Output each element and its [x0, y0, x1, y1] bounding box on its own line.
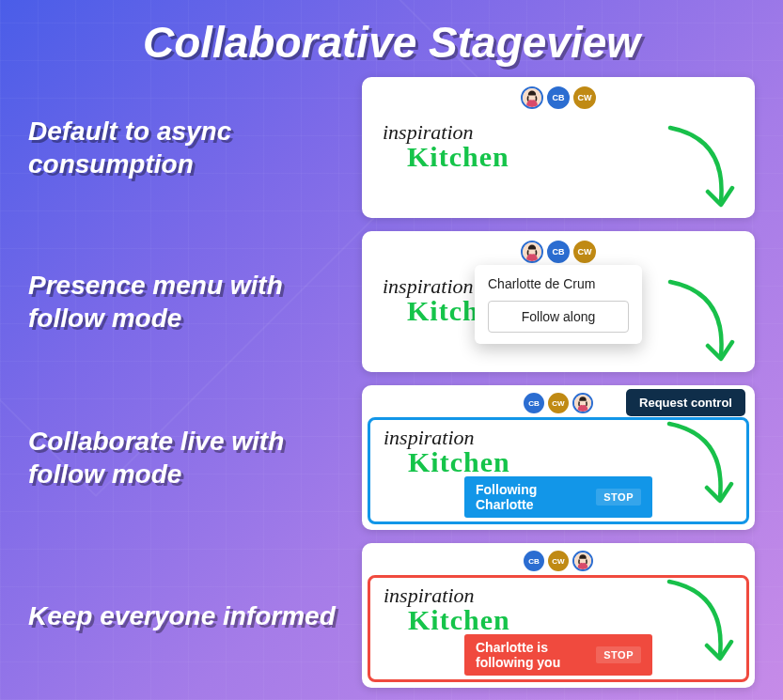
avatar-cb[interactable]: CB	[524, 551, 544, 571]
follow-frame: inspiration Kitchen Following Charlotte …	[368, 417, 749, 524]
followed-status-pill: Charlotte is following you STOP	[464, 634, 652, 676]
avatar-photo[interactable]	[521, 241, 543, 263]
avatar-photo[interactable]	[521, 86, 543, 109]
row-2-label: Presence menu with follow mode	[28, 231, 362, 372]
avatar-cb[interactable]: CB	[524, 393, 544, 413]
stageview-card-informed: CB CW inspiration Kitchen Charlotte is f…	[362, 543, 755, 688]
follow-along-button[interactable]: Follow along	[488, 301, 629, 333]
whiteboard-canvas[interactable]: inspiration Kitchen	[369, 115, 747, 209]
stageview-card-follow: CB CW Request control inspiration Kitche…	[362, 385, 755, 530]
page-title: Collaborative Stageview	[0, 0, 783, 77]
avatar-cb[interactable]: CB	[547, 86, 570, 109]
presence-avatars: CB CW Request control	[368, 391, 749, 417]
popover-user-name: Charlotte de Crum	[488, 276, 629, 291]
stageview-card-default: CB CW inspiration Kitchen	[362, 77, 755, 218]
row-3-label: Collaborate live with follow mode	[28, 385, 362, 530]
avatar-photo[interactable]	[572, 551, 593, 571]
avatar-cw[interactable]: CW	[548, 393, 569, 413]
following-status-pill: Following Charlotte STOP	[464, 476, 652, 518]
presence-avatars: CB CW	[369, 85, 747, 115]
row-4-label: Keep everyone informed	[28, 543, 362, 688]
row-1-label: Default to async consumption	[28, 77, 362, 218]
stop-followed-button[interactable]: STOP	[596, 646, 641, 663]
avatar-cw[interactable]: CW	[573, 86, 596, 109]
handwriting-word-2: Kitchen	[408, 604, 737, 636]
presence-avatars: CB CW	[368, 549, 749, 575]
handwriting-word-2: Kitchen	[408, 446, 737, 478]
avatar-cw[interactable]: CW	[573, 241, 596, 263]
following-status-text: Following Charlotte	[476, 482, 583, 512]
avatar-cb[interactable]: CB	[547, 241, 570, 263]
followed-frame: inspiration Kitchen Charlotte is followi…	[368, 575, 749, 682]
request-control-button[interactable]: Request control	[626, 389, 745, 416]
presence-popover: Charlotte de Crum Follow along	[475, 265, 642, 344]
avatar-photo[interactable]	[572, 393, 593, 413]
handwriting-word-2: Kitchen	[407, 141, 734, 173]
followed-status-text: Charlotte is following you	[476, 640, 583, 670]
stop-following-button[interactable]: STOP	[596, 489, 641, 506]
stageview-card-presence: CB CW Charlotte de Crum Follow along ins…	[362, 231, 755, 372]
avatar-cw[interactable]: CW	[548, 551, 569, 571]
